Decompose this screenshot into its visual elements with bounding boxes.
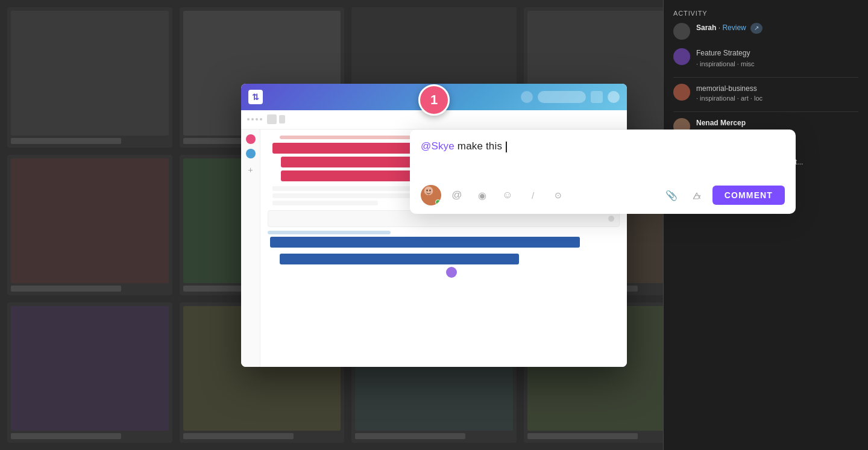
attach-button[interactable]: 📎 <box>662 186 681 205</box>
rp-header: Activity <box>673 10 858 17</box>
rp-item-1: Sarah · Review ↗ <box>673 23 858 40</box>
online-indicator <box>435 199 441 205</box>
rp-avatar-1 <box>673 23 690 40</box>
rp-avatar-memorial <box>673 84 690 101</box>
slash-icon: / <box>532 190 534 201</box>
svg-point-2 <box>429 189 430 191</box>
attach-icon: 📎 <box>665 190 678 201</box>
comment-text-area[interactable]: @Skye make this <box>421 140 785 177</box>
sidebar-dot-red <box>246 134 256 144</box>
sidebar-plus-icon[interactable]: + <box>247 166 255 174</box>
header-search[interactable] <box>538 91 586 103</box>
commenter-avatar <box>421 185 441 205</box>
app-logo: ⇅ <box>248 90 263 104</box>
bg-thumb-11 <box>7 302 172 443</box>
toolbar-grid <box>247 118 262 120</box>
gantt-bar-blue-1 <box>270 237 580 248</box>
record-button[interactable]: ⊙ <box>549 186 568 205</box>
rp-text-1: Sarah · Review ↗ <box>696 23 763 34</box>
gantt-bar-blue-2 <box>280 254 519 264</box>
emoji-icon: ☺ <box>502 189 512 201</box>
svg-point-1 <box>426 189 427 191</box>
slash-command-button[interactable]: / <box>523 186 542 205</box>
screenshot-card: ⇅ + <box>241 84 627 367</box>
at-mention-button[interactable]: @ <box>447 186 467 205</box>
comment-text: make this <box>454 140 505 152</box>
sidebar-dot-blue <box>246 149 256 158</box>
bell-icon[interactable] <box>521 91 533 103</box>
tag-button[interactable]: ◉ <box>473 186 492 205</box>
drive-icon <box>691 190 702 201</box>
right-panel: Activity Sarah · Review ↗ Feature Strate… <box>663 0 868 450</box>
at-icon: @ <box>451 189 462 201</box>
rp-avatar-2 <box>673 48 690 65</box>
tag-icon: ◉ <box>478 190 486 201</box>
comment-submit-button[interactable]: COMMENT <box>712 186 785 205</box>
bg-thumb-6 <box>7 155 172 295</box>
notification-badge: 1 <box>418 84 450 116</box>
rp-text-memorial: memorial-business · inspirational · art … <box>696 84 763 103</box>
gantt-blue-title-row <box>268 231 620 234</box>
comment-toolbar: @ ◉ ☺ / ⊙ 📎 COMMENT <box>421 185 785 205</box>
emoji-button[interactable]: ☺ <box>498 186 517 205</box>
rp-item-2: Feature Strategy · inspirational · misc <box>673 48 858 69</box>
svg-point-3 <box>424 195 433 202</box>
rp-text-2: Feature Strategy · inspirational · misc <box>696 48 755 69</box>
app-sidebar: + <box>241 130 260 367</box>
bottom-avatar <box>446 267 457 278</box>
text-cursor <box>506 142 507 152</box>
bg-thumb-1 <box>7 7 172 148</box>
toolbar-icon-1[interactable] <box>267 114 277 124</box>
user-avatar-header[interactable] <box>608 91 620 103</box>
comment-popup: @Skye make this @ ◉ ☺ / ⊙ <box>410 130 796 214</box>
drive-button[interactable] <box>687 186 706 205</box>
toolbar-actions <box>267 114 285 124</box>
record-icon: ⊙ <box>555 190 562 200</box>
grid-icon[interactable] <box>591 91 603 103</box>
rp-item-memorial: memorial-business · inspirational · art … <box>673 77 858 103</box>
toolbar-icon-2[interactable] <box>279 115 285 123</box>
comment-mention: @Skye <box>421 140 454 152</box>
gantt-blue-section <box>268 231 620 264</box>
